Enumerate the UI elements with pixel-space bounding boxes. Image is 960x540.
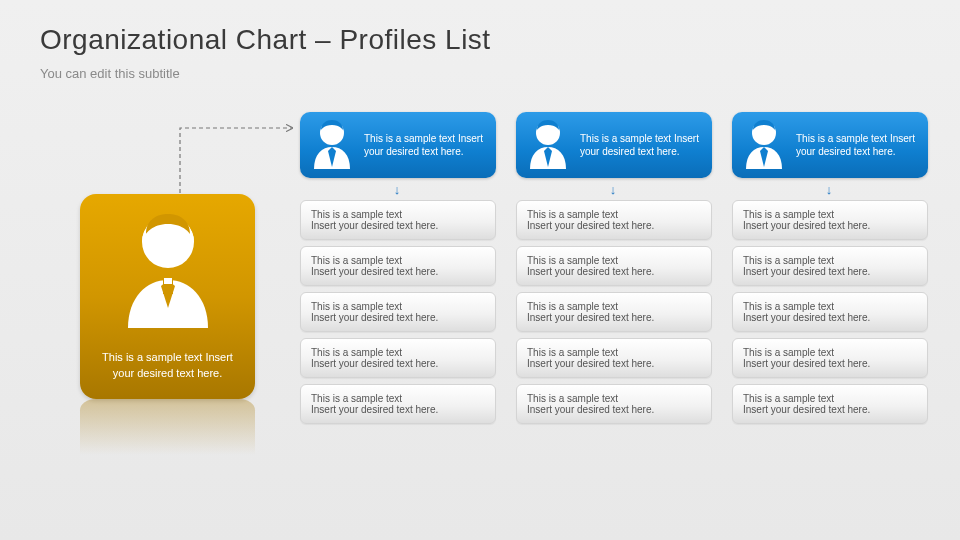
arrow-down-icon: ↓ xyxy=(300,182,496,197)
list-item-line2: Insert your desired text here. xyxy=(311,404,485,415)
person-icon xyxy=(308,117,356,173)
list-item-line2: Insert your desired text here. xyxy=(311,312,485,323)
list-item-line1: This is a sample text xyxy=(527,255,701,266)
list-item-line1: This is a sample text xyxy=(743,301,917,312)
page-subtitle: You can edit this subtitle xyxy=(40,66,920,81)
list-item-line2: Insert your desired text here. xyxy=(527,358,701,369)
column-head-card: This is a sample text Insert your desire… xyxy=(516,112,712,178)
column-1: This is a sample text Insert your desire… xyxy=(300,112,496,430)
list-item-line1: This is a sample text xyxy=(311,301,485,312)
list-item-line1: This is a sample text xyxy=(311,347,485,358)
list-item-line1: This is a sample text xyxy=(311,209,485,220)
list-item-line1: This is a sample text xyxy=(527,393,701,404)
list-item: This is a sample textInsert your desired… xyxy=(300,200,496,240)
list-item-line2: Insert your desired text here. xyxy=(743,404,917,415)
list-item-line1: This is a sample text xyxy=(743,393,917,404)
arrow-down-icon: ↓ xyxy=(516,182,712,197)
list-item-line2: Insert your desired text here. xyxy=(527,266,701,277)
person-icon xyxy=(113,208,223,332)
column-head-text: This is a sample text Insert your desire… xyxy=(796,132,918,159)
page-title: Organizational Chart – Profiles List xyxy=(40,24,920,56)
list-item-line2: Insert your desired text here. xyxy=(311,358,485,369)
arrow-down-icon: ↓ xyxy=(732,182,928,197)
list-item-line2: Insert your desired text here. xyxy=(743,312,917,323)
list-item-line2: Insert your desired text here. xyxy=(527,312,701,323)
main-profile-card: This is a sample text Insert your desire… xyxy=(80,194,255,399)
list-item-line2: Insert your desired text here. xyxy=(527,220,701,231)
list-item: This is a sample textInsert your desired… xyxy=(300,338,496,378)
list-item: This is a sample textInsert your desired… xyxy=(516,338,712,378)
list-item-line1: This is a sample text xyxy=(527,301,701,312)
list-item-line2: Insert your desired text here. xyxy=(743,220,917,231)
list-item-line2: Insert your desired text here. xyxy=(311,220,485,231)
list-item: This is a sample textInsert your desired… xyxy=(732,246,928,286)
list-item: This is a sample textInsert your desired… xyxy=(516,384,712,424)
list-item-line2: Insert your desired text here. xyxy=(743,358,917,369)
column-head-card: This is a sample text Insert your desire… xyxy=(732,112,928,178)
list-item-line1: This is a sample text xyxy=(311,393,485,404)
list-item-line2: Insert your desired text here. xyxy=(527,404,701,415)
list-item: This is a sample textInsert your desired… xyxy=(300,292,496,332)
main-card-reflection xyxy=(80,399,255,469)
list-item-line2: Insert your desired text here. xyxy=(311,266,485,277)
list-item: This is a sample textInsert your desired… xyxy=(300,384,496,424)
list-item: This is a sample textInsert your desired… xyxy=(732,200,928,240)
list-item: This is a sample textInsert your desired… xyxy=(516,246,712,286)
column-2: This is a sample text Insert your desire… xyxy=(516,112,712,430)
column-3: This is a sample text Insert your desire… xyxy=(732,112,928,430)
list-item-line2: Insert your desired text here. xyxy=(743,266,917,277)
list-item: This is a sample textInsert your desired… xyxy=(516,292,712,332)
main-profile-text: This is a sample text Insert your desire… xyxy=(92,350,243,381)
list-item-line1: This is a sample text xyxy=(311,255,485,266)
list-item-line1: This is a sample text xyxy=(527,347,701,358)
column-head-card: This is a sample text Insert your desire… xyxy=(300,112,496,178)
list-item: This is a sample textInsert your desired… xyxy=(732,292,928,332)
diagram-stage: This is a sample text Insert your desire… xyxy=(0,112,960,540)
list-item: This is a sample textInsert your desired… xyxy=(732,338,928,378)
list-item: This is a sample textInsert your desired… xyxy=(300,246,496,286)
svg-rect-3 xyxy=(164,278,172,284)
list-item-line1: This is a sample text xyxy=(527,209,701,220)
column-head-text: This is a sample text Insert your desire… xyxy=(364,132,486,159)
person-icon xyxy=(524,117,572,173)
person-icon xyxy=(740,117,788,173)
header: Organizational Chart – Profiles List You… xyxy=(0,0,960,81)
list-item-line1: This is a sample text xyxy=(743,209,917,220)
list-item-line1: This is a sample text xyxy=(743,347,917,358)
list-item: This is a sample textInsert your desired… xyxy=(516,200,712,240)
list-item: This is a sample textInsert your desired… xyxy=(732,384,928,424)
list-item-line1: This is a sample text xyxy=(743,255,917,266)
column-head-text: This is a sample text Insert your desire… xyxy=(580,132,702,159)
